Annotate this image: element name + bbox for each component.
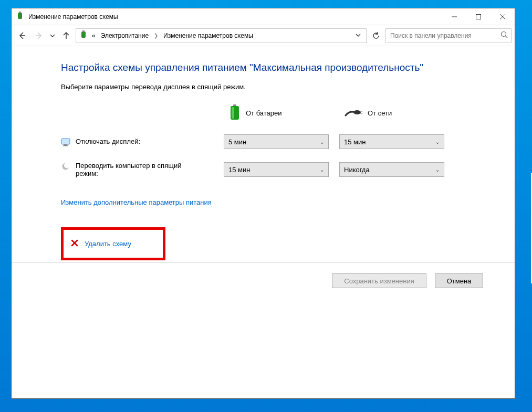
- combo-sleep-plugged[interactable]: Никогда ⌄: [339, 162, 444, 177]
- svg-rect-15: [232, 107, 234, 119]
- power-options-icon: [16, 12, 24, 22]
- svg-rect-20: [64, 144, 67, 145]
- combo-display-plugged[interactable]: 15 мин ⌄: [339, 134, 444, 149]
- footer-buttons: Сохранить изменения Отмена: [332, 273, 483, 288]
- combo-sleep-battery-value: 15 мин: [228, 166, 250, 174]
- svg-rect-10: [82, 30, 85, 32]
- svg-rect-1: [19, 12, 21, 13]
- link-advanced-settings[interactable]: Изменить дополнительные параметры питани…: [61, 198, 212, 206]
- combo-display-battery-value: 5 мин: [228, 138, 246, 146]
- breadcrumb-seg-1[interactable]: Электропитание: [100, 32, 150, 39]
- breadcrumb-seg-2[interactable]: Изменение параметров схемы: [162, 32, 254, 39]
- chevron-down-icon: ⌄: [320, 167, 324, 173]
- delete-x-icon: [71, 239, 78, 248]
- titlebar: Изменение параметров схемы: [12, 8, 515, 25]
- search-icon: [500, 31, 508, 40]
- svg-rect-3: [476, 14, 481, 19]
- power-options-icon: [79, 30, 88, 40]
- column-header-battery: От батареи: [224, 104, 329, 122]
- svg-point-16: [353, 110, 361, 114]
- column-header-plugged: От сети: [339, 107, 444, 119]
- combo-display-battery[interactable]: 5 мин ⌄: [224, 134, 329, 149]
- chevron-down-icon: ⌄: [320, 139, 324, 145]
- recent-locations-button[interactable]: [48, 28, 57, 43]
- page-title: Настройка схемы управления питанием "Мак…: [61, 62, 465, 73]
- svg-line-12: [506, 36, 508, 38]
- svg-rect-9: [81, 31, 86, 38]
- back-button[interactable]: [15, 28, 29, 43]
- forward-button[interactable]: [32, 28, 46, 43]
- maximize-button[interactable]: [466, 8, 491, 25]
- refresh-button[interactable]: [369, 28, 383, 43]
- breadcrumb[interactable]: « Электропитание ❯ Изменение параметров …: [76, 28, 367, 43]
- minimize-button[interactable]: [442, 8, 466, 25]
- combo-sleep-plugged-value: Никогда: [344, 166, 370, 174]
- chevron-down-icon: ⌄: [435, 139, 440, 145]
- link-delete-plan[interactable]: Удалить схему: [61, 227, 165, 260]
- search-box[interactable]: [385, 28, 512, 43]
- footer-divider: [12, 262, 515, 263]
- up-button[interactable]: [59, 28, 74, 43]
- save-button[interactable]: Сохранить изменения: [332, 273, 426, 288]
- monitor-icon: [61, 138, 70, 146]
- chevron-down-icon: ⌄: [435, 167, 440, 173]
- toolbar: « Электропитание ❯ Изменение параметров …: [12, 25, 515, 46]
- window-title: Изменение параметров схемы: [28, 13, 442, 20]
- row-sleep: Переводить компьютер в спящий режим:: [61, 162, 213, 177]
- row-sleep-label: Переводить компьютер в спящий режим:: [76, 162, 202, 177]
- content-area: Настройка схемы управления питанием "Мак…: [12, 46, 515, 398]
- svg-rect-19: [61, 139, 70, 144]
- breadcrumb-dropdown[interactable]: [352, 32, 364, 39]
- chevron-right-icon: ❯: [153, 33, 159, 38]
- svg-rect-0: [18, 13, 22, 19]
- close-button[interactable]: [491, 8, 515, 25]
- plug-icon: [345, 107, 362, 119]
- svg-point-23: [64, 163, 70, 168]
- search-input[interactable]: [389, 31, 500, 40]
- cancel-button[interactable]: Отмена: [435, 273, 483, 288]
- svg-point-11: [502, 32, 506, 37]
- battery-icon: [229, 104, 241, 122]
- svg-rect-21: [63, 145, 68, 146]
- column-plugged-label: От сети: [368, 109, 392, 117]
- settings-grid: От батареи От сети: [61, 104, 465, 177]
- page-subtitle: Выберите параметры перевода дисплея в сп…: [61, 83, 465, 91]
- row-display-off: Отключать дисплей:: [61, 138, 213, 146]
- row-display-off-label: Отключать дисплей:: [76, 138, 140, 145]
- control-panel-window: Изменение параметров схемы: [11, 8, 515, 399]
- column-battery-label: От батареи: [246, 109, 282, 117]
- link-delete-plan-label: Удалить схему: [85, 240, 131, 248]
- combo-sleep-battery[interactable]: 15 мин ⌄: [224, 162, 329, 177]
- breadcrumb-prefix: «: [91, 32, 97, 39]
- combo-display-plugged-value: 15 мин: [344, 138, 366, 146]
- moon-icon: [61, 162, 70, 171]
